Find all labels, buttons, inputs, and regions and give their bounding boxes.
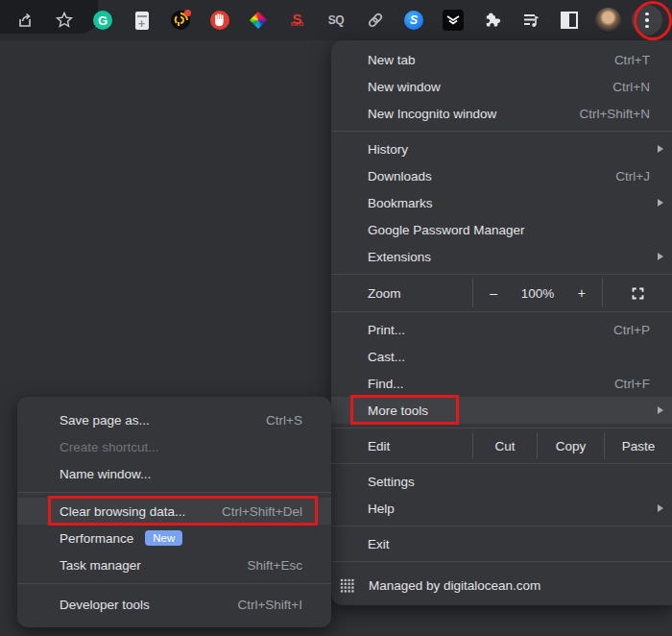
fullscreen-icon (631, 286, 645, 301)
menu-item-new-tab[interactable]: New tab Ctrl+T (331, 46, 672, 73)
browser-toolbar: G (0, 0, 672, 40)
seo-extension-icon[interactable]: S SEO (280, 3, 315, 37)
menu-item-new-incognito-window[interactable]: New Incognito window Ctrl+Shift+N (331, 100, 672, 127)
zoom-row: Zoom – 100% + (331, 279, 672, 307)
menu-item-help[interactable]: Help (331, 495, 672, 522)
menu-item-cast[interactable]: Cast... (331, 343, 672, 370)
submenu-item-clear-browsing-data[interactable]: Clear browsing data... Ctrl+Shift+Del (17, 498, 331, 525)
menu-item-downloads[interactable]: Downloads Ctrl+J (331, 162, 672, 189)
menu-dots-button[interactable] (630, 3, 664, 37)
submenu-item-task-manager[interactable]: Task manager Shift+Esc (17, 551, 331, 578)
zoom-level: 100% (521, 286, 555, 301)
sq-extension-icon[interactable]: SQ (319, 3, 353, 37)
menu-separator (331, 561, 672, 562)
zoom-label: Zoom (331, 279, 472, 307)
bookmark-star-icon[interactable] (47, 3, 82, 37)
menu-item-settings[interactable]: Settings (331, 468, 672, 495)
notification-dot (184, 10, 191, 16)
chrome-menu: New tab Ctrl+T New window Ctrl+N New Inc… (331, 40, 672, 605)
notes-extension-icon[interactable] (125, 3, 159, 37)
shazam-icon[interactable]: S (396, 3, 431, 37)
adblock-hand-icon[interactable] (203, 3, 237, 37)
dark-reader-icon[interactable] (552, 3, 587, 37)
submenu-item-create-shortcut: Create shortcut... (17, 433, 331, 460)
managed-by-row: Managed by digitalocean.com (331, 566, 672, 604)
menu-separator (331, 463, 672, 464)
submenu-separator (17, 492, 331, 493)
submenu-arrow-icon (658, 145, 663, 153)
zoom-in-button[interactable]: + (568, 285, 595, 301)
profile-avatar[interactable] (591, 3, 626, 37)
paste-button[interactable]: Paste (604, 432, 672, 459)
edit-row: Edit Cut Copy Paste (331, 432, 672, 459)
menu-item-find[interactable]: Find... Ctrl+F (331, 370, 672, 397)
more-tools-submenu: Save page as... Ctrl+S Create shortcut..… (17, 397, 331, 627)
submenu-item-performance[interactable]: Performance New (17, 525, 331, 551)
cut-button[interactable]: Cut (472, 432, 537, 459)
menu-separator (331, 526, 672, 526)
menu-item-bookmarks[interactable]: Bookmarks (331, 189, 672, 216)
menu-separator (331, 311, 672, 312)
submenu-arrow-icon (658, 253, 663, 260)
maze-extension-icon[interactable] (163, 3, 198, 37)
submenu-arrow-icon (658, 504, 663, 512)
zoom-out-button[interactable]: – (480, 285, 507, 301)
wings-extension-icon[interactable] (436, 3, 470, 37)
share-icon[interactable] (8, 3, 42, 37)
menu-item-print[interactable]: Print... Ctrl+P (331, 316, 672, 343)
submenu-arrow-icon (658, 199, 663, 207)
color-picker-icon[interactable] (241, 3, 276, 37)
menu-item-exit[interactable]: Exit (331, 530, 672, 557)
menu-item-new-window[interactable]: New window Ctrl+N (331, 73, 672, 100)
new-badge: New (145, 530, 182, 547)
submenu-item-name-window[interactable]: Name window... (17, 460, 331, 487)
submenu-item-developer-tools[interactable]: Developer tools Ctrl+Shift+I (17, 591, 331, 618)
menu-separator (331, 274, 672, 275)
submenu-arrow-icon (658, 406, 663, 414)
edit-label: Edit (331, 432, 472, 459)
grammarly-icon[interactable]: G (85, 3, 120, 37)
submenu-separator (17, 583, 331, 584)
submenu-item-save-page-as[interactable]: Save page as... Ctrl+S (17, 406, 331, 433)
menu-item-history[interactable]: History (331, 135, 672, 162)
enterprise-building-icon (338, 576, 356, 595)
menu-item-google-password-manager[interactable]: Google Password Manager (331, 216, 672, 243)
menu-item-extensions[interactable]: Extensions (331, 243, 672, 270)
copy-button[interactable]: Copy (537, 432, 604, 459)
menu-separator (331, 428, 672, 428)
fullscreen-button[interactable] (603, 279, 672, 307)
menu-item-more-tools[interactable]: More tools (331, 397, 672, 424)
link-extension-icon[interactable] (358, 3, 393, 37)
extensions-puzzle-icon[interactable] (474, 3, 509, 37)
playlist-icon[interactable] (514, 3, 548, 37)
menu-separator (331, 131, 672, 132)
managed-by-label: Managed by digitalocean.com (369, 578, 540, 593)
